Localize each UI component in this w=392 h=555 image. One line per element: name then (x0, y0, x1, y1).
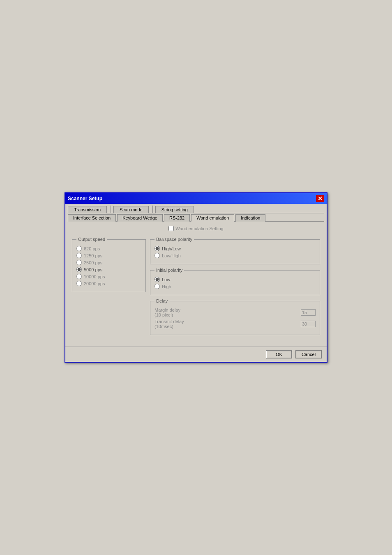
delay-legend: Delay (154, 298, 169, 303)
speed-10000-row: 10000 pps (76, 274, 141, 279)
title-bar: Scanner Setup ✕ (65, 193, 327, 204)
initial-polarity-legend: Initial polarity (154, 268, 184, 273)
bar-space-polarity-legend: Bar/space polarity (154, 237, 194, 242)
initial-high-radio[interactable] (154, 284, 160, 289)
ok-button[interactable]: OK (266, 350, 292, 358)
tab-interface-selection[interactable]: Interface Selection (68, 214, 116, 222)
initial-low-radio[interactable] (154, 277, 160, 282)
initial-low-label: Low (162, 277, 170, 282)
margin-delay-row: Margin delay (10 pixel) (154, 308, 316, 317)
wand-emulation-label: Wand emulation Setting (175, 226, 223, 231)
transmit-delay-label: Transmit delay (10msec) (154, 319, 297, 329)
tab-indication[interactable]: Indication (235, 214, 265, 222)
speed-1250-label: 1250 pps (84, 253, 102, 258)
bar-space-polarity-fieldset: Bar/space polarity High/Low Low/High (150, 237, 320, 264)
speed-20000-row: 20000 pps (76, 281, 141, 286)
speed-10000-radio[interactable] (76, 274, 82, 279)
upper-tab-row: Transmission Scan mode String setting (68, 206, 324, 213)
speed-620-radio[interactable] (76, 246, 82, 251)
output-speed-legend: Output speed (76, 237, 107, 242)
content-area: Wand emulation Setting Output speed 620 … (65, 222, 327, 347)
tab-container: Transmission Scan mode String setting In… (65, 204, 327, 222)
speed-10000-label: 10000 pps (84, 274, 105, 279)
polarity-highlow-radio[interactable] (154, 246, 160, 251)
margin-delay-input[interactable] (301, 309, 316, 316)
polarity-highlow-label: High/Low (162, 246, 181, 251)
tab-rs232[interactable]: RS-232 (164, 214, 190, 222)
speed-2500-label: 2500 pps (84, 260, 102, 265)
tab-separator-2 (152, 206, 153, 213)
speed-2500-row: 2500 pps (76, 260, 141, 265)
speed-1250-row: 1250 pps (76, 253, 141, 258)
delay-fieldset: Delay Margin delay (10 pixel) Transmit d… (150, 298, 320, 335)
tab-keyboard-wedge[interactable]: Keyboard Wedge (117, 214, 163, 222)
bottom-spacer (72, 335, 320, 342)
panels-row: Output speed 620 pps 1250 pps 2500 pps 5… (72, 237, 320, 335)
right-panels: Bar/space polarity High/Low Low/High Ini… (150, 237, 320, 335)
lower-tab-row: Interface Selection Keyboard Wedge RS-23… (68, 214, 324, 222)
initial-polarity-fieldset: Initial polarity Low High (150, 268, 320, 295)
speed-1250-radio[interactable] (76, 253, 82, 258)
speed-20000-label: 20000 pps (84, 281, 105, 286)
wand-setting-row: Wand emulation Setting (72, 226, 320, 231)
initial-high-row: High (154, 284, 316, 289)
scanner-setup-dialog: Scanner Setup ✕ Transmission Scan mode S… (65, 192, 327, 363)
transmit-delay-input[interactable] (301, 321, 316, 327)
tab-string-setting[interactable]: String setting (155, 206, 194, 213)
speed-5000-radio[interactable] (76, 267, 82, 272)
bottom-button-area: OK Cancel (65, 347, 327, 362)
polarity-lowhigh-radio[interactable] (154, 253, 160, 258)
wand-emulation-checkbox[interactable] (168, 226, 174, 231)
speed-2500-radio[interactable] (76, 260, 82, 265)
speed-620-label: 620 pps (84, 246, 100, 251)
transmit-delay-row: Transmit delay (10msec) (154, 319, 316, 329)
initial-low-row: Low (154, 277, 316, 282)
dialog-title: Scanner Setup (68, 196, 102, 201)
margin-delay-label: Margin delay (10 pixel) (154, 308, 297, 317)
polarity-lowhigh-row: Low/High (154, 253, 316, 258)
speed-5000-label: 5000 pps (84, 267, 102, 272)
speed-5000-row: 5000 pps (76, 267, 141, 272)
close-button[interactable]: ✕ (316, 195, 324, 202)
polarity-lowhigh-label: Low/High (162, 253, 181, 258)
output-speed-fieldset: Output speed 620 pps 1250 pps 2500 pps 5… (72, 237, 146, 292)
speed-620-row: 620 pps (76, 246, 141, 251)
initial-high-label: High (162, 284, 171, 289)
polarity-highlow-row: High/Low (154, 246, 316, 251)
tab-transmission[interactable]: Transmission (68, 206, 107, 213)
speed-20000-radio[interactable] (76, 281, 82, 286)
tab-wand-emulation[interactable]: Wand emulation (191, 214, 234, 222)
tab-separator-1 (111, 206, 111, 213)
tab-scan-mode[interactable]: Scan mode (113, 206, 149, 213)
cancel-button[interactable]: Cancel (295, 350, 322, 358)
